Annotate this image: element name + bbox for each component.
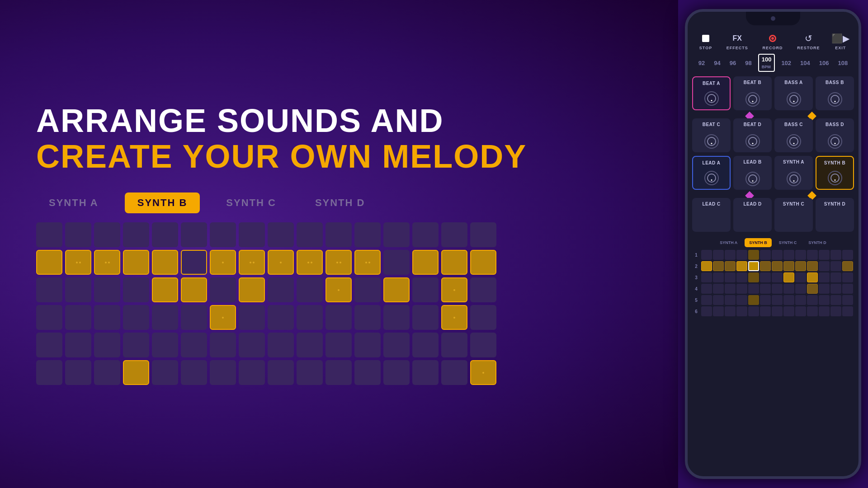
tab-synth-b[interactable]: SYNTH B [125,192,200,213]
seq-cell[interactable] [842,261,853,271]
seq-cell[interactable] [772,261,783,271]
seq-cell[interactable] [725,295,736,305]
seq-cell[interactable] [748,306,759,316]
grid-cell[interactable] [412,333,439,357]
seq-cell[interactable] [713,261,724,271]
grid-cell[interactable] [36,305,62,330]
grid-cell[interactable] [36,360,62,385]
grid-cell[interactable] [441,277,467,302]
seq-cell[interactable] [783,250,794,260]
grid-cell[interactable] [268,305,294,330]
grid-cell[interactable] [470,305,496,330]
seq-cell[interactable] [701,306,712,316]
pad-synth-a[interactable]: SYNTH A [774,156,813,190]
grid-cell[interactable] [354,305,381,330]
bpm-100[interactable]: 100BPM [758,54,775,72]
grid-cell[interactable] [36,333,62,357]
seq-cell[interactable] [842,284,853,294]
pad-bass-a-knob[interactable] [787,92,801,107]
seq-cell[interactable] [736,284,747,294]
seq-cell[interactable] [760,272,771,282]
bpm-106[interactable]: 106 [816,58,832,68]
restore-button[interactable]: ↺ RESTORE [797,32,820,50]
grid-cell[interactable] [65,333,91,357]
grid-cell[interactable] [326,250,352,275]
grid-cell[interactable] [94,222,120,247]
grid-cell[interactable] [470,277,496,302]
grid-cell[interactable] [297,360,323,385]
seq-cell[interactable] [760,295,771,305]
seq-cell[interactable] [701,272,712,282]
grid-cell[interactable] [268,222,294,247]
seq-cell[interactable] [772,295,783,305]
pad-beat-c-knob[interactable] [704,134,719,149]
grid-cell[interactable] [181,222,207,247]
pad-lead-a-knob[interactable] [704,171,719,185]
grid-cell[interactable] [326,360,352,385]
pad-lead-d[interactable]: LEAD D [733,198,772,232]
grid-cell[interactable] [210,305,236,330]
seq-cell[interactable] [748,250,759,260]
pad-synth-c[interactable]: SYNTH C [774,198,813,232]
pad-beat-d[interactable]: BEAT D [733,118,772,152]
seq-cell[interactable] [807,295,818,305]
seq-cell[interactable] [736,272,747,282]
grid-cell[interactable] [326,277,352,302]
seq-cell[interactable] [842,295,853,305]
seq-cell[interactable] [725,272,736,282]
pad-bass-d[interactable]: BASS D [816,118,854,152]
seq-cell[interactable] [819,272,830,282]
pad-beat-b[interactable]: BEAT B [733,76,772,110]
seq-cell[interactable] [713,250,724,260]
grid-cell[interactable] [152,222,178,247]
seq-cell[interactable] [783,306,794,316]
grid-cell[interactable] [210,277,236,302]
grid-cell[interactable] [268,333,294,357]
seq-cell[interactable] [713,306,724,316]
grid-cell[interactable] [94,250,120,275]
seq-cell[interactable] [807,306,818,316]
seq-cell[interactable] [830,295,841,305]
grid-cell[interactable] [383,360,410,385]
pad-bass-b[interactable]: BASS B [816,76,854,110]
seq-cell[interactable] [842,306,853,316]
grid-cell[interactable] [297,333,323,357]
seq-cell[interactable] [772,284,783,294]
grid-cell[interactable] [65,222,91,247]
grid-cell[interactable] [297,222,323,247]
btab-synth-a[interactable]: SYNTH A [715,238,742,247]
seq-cell[interactable] [819,295,830,305]
pad-lead-a[interactable]: LEAD A [692,156,731,190]
seq-cell[interactable] [842,272,853,282]
grid-cell[interactable] [412,360,439,385]
seq-cell[interactable] [725,261,736,271]
grid-cell[interactable] [326,333,352,357]
grid-cell[interactable] [239,222,265,247]
seq-cell[interactable] [819,250,830,260]
seq-cell[interactable] [725,306,736,316]
seq-cell[interactable] [701,261,712,271]
record-button[interactable]: RECORD [763,32,783,50]
tab-synth-a[interactable]: SYNTH A [36,192,111,213]
grid-cell[interactable] [152,333,178,357]
grid-cell[interactable] [383,222,410,247]
seq-cell[interactable] [783,261,794,271]
grid-cell[interactable] [297,277,323,302]
pad-lead-c[interactable]: LEAD C [692,198,731,232]
grid-cell[interactable] [152,360,178,385]
tab-synth-c[interactable]: SYNTH C [213,192,289,213]
grid-cell[interactable] [65,360,91,385]
grid-cell[interactable] [65,305,91,330]
seq-cell[interactable] [807,272,818,282]
grid-cell[interactable] [94,305,120,330]
grid-cell[interactable] [152,277,178,302]
grid-cell[interactable] [383,305,410,330]
seq-cell[interactable] [795,284,806,294]
grid-cell[interactable] [94,333,120,357]
pad-bass-c-knob[interactable] [787,134,801,149]
pad-beat-a[interactable]: BEAT A [692,76,731,110]
bpm-98[interactable]: 98 [742,58,754,68]
seq-cell[interactable] [713,295,724,305]
bpm-94[interactable]: 94 [711,58,723,68]
grid-cell[interactable] [123,333,149,357]
